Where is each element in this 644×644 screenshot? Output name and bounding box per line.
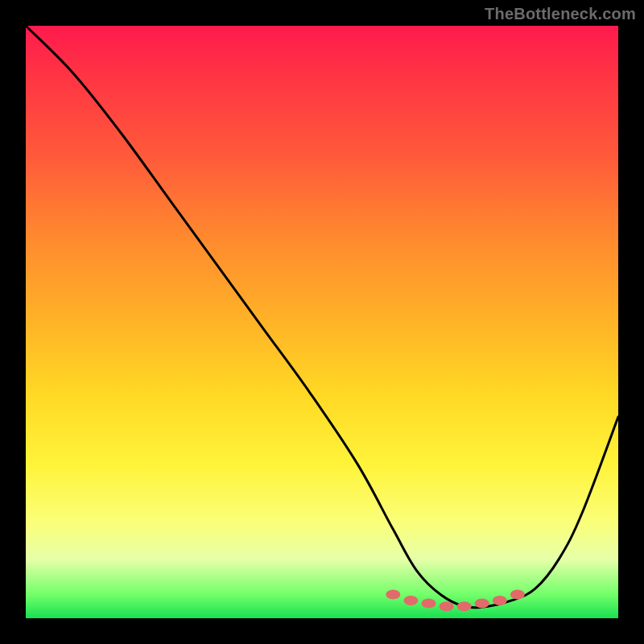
marker-dot [475, 599, 489, 609]
curve-svg [26, 26, 618, 618]
chart-frame: TheBottleneck.com [0, 0, 644, 644]
marker-dot [440, 601, 454, 611]
curve-markers [386, 590, 525, 612]
bottleneck-curve [26, 26, 618, 608]
marker-dot [403, 596, 418, 605]
marker-dot [457, 601, 472, 611]
marker-dot [421, 599, 436, 609]
marker-dot [493, 596, 507, 605]
plot-area [26, 26, 618, 618]
marker-dot [386, 590, 400, 600]
watermark-text: TheBottleneck.com [485, 5, 636, 23]
marker-dot [510, 590, 525, 600]
